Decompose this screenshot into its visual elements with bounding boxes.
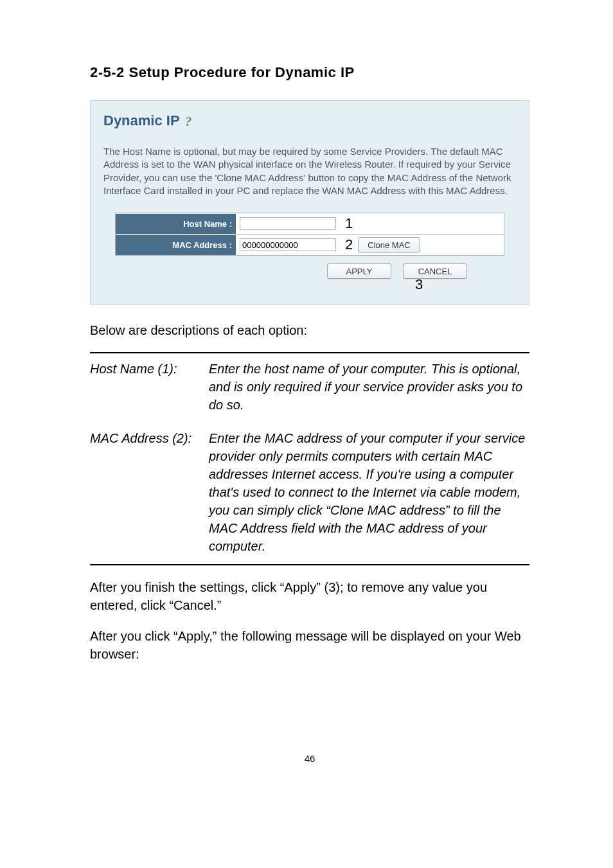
action-button-row: APPLY CANCEL <box>115 256 504 279</box>
cancel-button[interactable]: CANCEL <box>403 263 467 279</box>
page-number: 46 <box>90 753 529 764</box>
panel-title-text: Dynamic IP <box>103 112 179 128</box>
host-name-row: Host Name : 1 <box>115 213 504 235</box>
host-name-input[interactable] <box>240 217 336 230</box>
annotation-1: 1 <box>345 215 353 232</box>
host-name-def: Enter the host name of your computer. Th… <box>209 360 529 414</box>
table-row: MAC Address (2): Enter the MAC address o… <box>90 423 529 564</box>
after-paragraph-1: After you finish the settings, click “Ap… <box>90 578 529 614</box>
panel-title: Dynamic IP ? <box>103 112 516 129</box>
mac-address-def: Enter the MAC address of your computer i… <box>209 429 529 555</box>
description-table: Host Name (1): Enter the host name of yo… <box>90 352 529 565</box>
below-intro: Below are descriptions of each option: <box>90 321 529 339</box>
section-heading: 2-5-2 Setup Procedure for Dynamic IP <box>90 64 529 81</box>
host-name-term: Host Name (1): <box>90 360 209 414</box>
table-row: Host Name (1): Enter the host name of yo… <box>90 353 529 423</box>
config-panel: Dynamic IP ? The Host Name is optional, … <box>90 100 529 305</box>
clone-mac-button[interactable]: Clone MAC <box>358 237 420 252</box>
annotation-2: 2 <box>345 236 353 253</box>
host-name-label: Host Name : <box>116 214 236 234</box>
mac-address-row: MAC Address : 2 Clone MAC <box>115 234 504 256</box>
mac-address-input[interactable] <box>240 238 336 251</box>
mac-address-term: MAC Address (2): <box>90 429 209 555</box>
panel-description: The Host Name is optional, but may be re… <box>103 145 516 197</box>
mac-address-label: MAC Address : <box>116 235 236 255</box>
help-icon[interactable]: ? <box>185 114 191 129</box>
after-paragraph-2: After you click “Apply,” the following m… <box>90 627 529 663</box>
apply-button[interactable]: APPLY <box>327 263 391 279</box>
